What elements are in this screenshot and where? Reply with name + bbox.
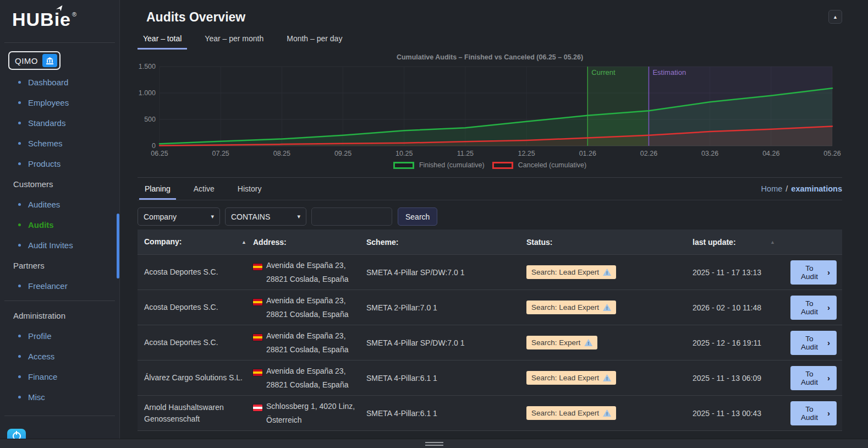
registered-mark: ® (72, 11, 76, 18)
operator-select-value: CONTAINS (231, 212, 270, 221)
cell-scheme: SMETA 2-Pillar:7.0 1 (366, 303, 526, 312)
sidebar-divider (4, 301, 115, 301)
overview-tabs: Year – totalYear – per monthMonth – per … (138, 32, 842, 50)
title-row: Audits Overview ▲ (138, 10, 842, 25)
flag-at-icon (253, 405, 262, 411)
bullet-icon (18, 81, 21, 84)
cell-address: Avenida de España 23,28821 Coslada, Espa… (253, 259, 366, 286)
chevron-down-icon: ▾ (297, 213, 300, 220)
bottom-bar (0, 439, 868, 448)
sidebar-item-finance[interactable]: Finance (0, 367, 119, 387)
operator-select[interactable]: CONTAINS ▾ (225, 207, 306, 226)
sidebar-item-label: Standards (28, 118, 65, 128)
warning-icon: ! (603, 304, 611, 311)
sidebar-item-label: Schemes (28, 139, 63, 148)
column-header-address[interactable]: Address: (253, 238, 366, 247)
sidebar-item-freelancer[interactable]: Freelancer (0, 276, 119, 296)
sidebar-item-audits[interactable]: Audits (0, 215, 119, 235)
address-line2: Österreich (266, 413, 355, 427)
to-audit-button[interactable]: To Audit› (790, 260, 837, 285)
cell-address: Avenida de España 23,28821 Coslada, Espa… (253, 329, 366, 356)
to-audit-button[interactable]: To Audit› (790, 401, 837, 425)
collapse-button[interactable]: ▲ (828, 10, 842, 24)
last-update-text: 2025 - 12 - 16 19:11 (693, 338, 761, 347)
resize-handle[interactable] (425, 440, 443, 447)
company-name: Álvarez Cargo Solutions S.L. (144, 372, 243, 384)
app-logo: HUBie® (0, 0, 119, 30)
tab-history[interactable]: History (232, 182, 267, 200)
address-line1: Avenida de España 23, (266, 364, 348, 378)
column-header-last-update[interactable]: last update:▲ (693, 238, 790, 247)
search-button[interactable]: Search (398, 207, 437, 226)
column-header-label: Scheme: (366, 238, 398, 247)
sort-icon[interactable]: ▲ (770, 239, 775, 245)
address-line2: 28821 Coslada, España (266, 308, 348, 321)
bullet-icon (18, 203, 21, 206)
cell-company: Acosta Deportes S.C. (138, 266, 253, 278)
column-header-company[interactable]: Company:▲ (138, 236, 253, 248)
warning-icon: ! (584, 339, 592, 346)
audits-table: Company:▲Address:Scheme:Status:last upda… (138, 230, 842, 431)
field-select[interactable]: Company ▾ (138, 207, 220, 226)
bullet-icon (18, 244, 21, 247)
sidebar-item-standards[interactable]: Standards (0, 113, 119, 133)
svg-text:03.26: 03.26 (701, 150, 718, 157)
column-header-label: last update: (693, 238, 736, 247)
svg-text:Current: Current (591, 68, 616, 77)
status-badge: Search: Lead Expert! (526, 406, 616, 420)
sidebar-item-employees[interactable]: Employees (0, 92, 119, 113)
sidebar-item-audit-invites[interactable]: Audit Invites (0, 235, 119, 255)
tab-active[interactable]: Active (188, 182, 220, 200)
cell-last-update: 2025 - 11 - 13 00:43 (693, 409, 790, 418)
tab-planing[interactable]: Planing (139, 182, 176, 200)
cell-address: Avenida de España 23,28821 Coslada, Espa… (253, 294, 366, 321)
sidebar-item-label: Access (28, 352, 54, 361)
flag-es-icon (253, 299, 262, 305)
sort-icon[interactable]: ▲ (241, 239, 246, 245)
breadcrumb-home[interactable]: Home (761, 184, 783, 193)
tab-year-per-month[interactable]: Year – per month (199, 32, 269, 50)
cell-action: To Audit› (790, 331, 842, 355)
search-input[interactable] (311, 207, 392, 226)
sidebar-item-auditees[interactable]: Auditees (0, 194, 119, 215)
legend-item: Finished (cumulative) (393, 161, 485, 169)
sidebar-item-misc[interactable]: Misc (0, 387, 119, 407)
to-audit-button[interactable]: To Audit› (790, 296, 837, 320)
to-audit-button[interactable]: To Audit› (790, 331, 837, 355)
last-update-text: 2025 - 11 - 17 13:13 (693, 268, 761, 277)
breadcrumb-current: examinations (791, 184, 842, 193)
chart-title: Cumulative Audits – Finished vs Canceled… (138, 53, 842, 61)
tab-month-per-day[interactable]: Month – per day (281, 32, 348, 50)
bullet-icon (18, 122, 21, 124)
status-badge-text: Search: Lead Expert (531, 268, 599, 276)
svg-text:1.000: 1.000 (139, 89, 156, 97)
sidebar-scrollbar-thumb[interactable] (117, 214, 119, 278)
warning-icon: ! (603, 374, 611, 381)
sidebar-section-header-administration: Administration (0, 305, 119, 326)
chevron-right-icon: › (827, 340, 830, 346)
sidebar-item-dashboard[interactable]: Dashboard (0, 72, 119, 92)
sidebar-item-label: Finance (28, 372, 57, 381)
sidebar-item-label: Freelancer (28, 281, 68, 291)
column-header-status[interactable]: Status: (526, 238, 693, 247)
section-divider (138, 177, 842, 178)
svg-text:04.26: 04.26 (762, 150, 779, 157)
last-update-text: 2025 - 11 - 13 00:43 (693, 409, 761, 418)
svg-text:09.25: 09.25 (334, 150, 351, 157)
sidebar-divider (4, 416, 115, 416)
bullet-icon (18, 142, 21, 145)
column-header-scheme[interactable]: Scheme: (366, 238, 526, 247)
sidebar-item-profile[interactable]: Profile (0, 326, 119, 346)
sidebar-item-access[interactable]: Access (0, 346, 119, 367)
sidebar-nav: DashboardEmployeesStandardsSchemesProduc… (0, 72, 119, 407)
bullet-icon (18, 223, 21, 226)
chevron-right-icon: › (827, 411, 830, 416)
sidebar-item-products[interactable]: Products (0, 154, 119, 174)
sidebar-item-schemes[interactable]: Schemes (0, 133, 119, 154)
tab-year-total[interactable]: Year – total (138, 32, 187, 50)
status-badge-text: Search: Lead Expert (531, 409, 599, 417)
to-audit-button[interactable]: To Audit› (790, 366, 837, 390)
chevron-down-icon: ▾ (211, 213, 214, 220)
org-badge[interactable]: QIMO (8, 51, 61, 70)
bullet-icon (18, 285, 21, 287)
